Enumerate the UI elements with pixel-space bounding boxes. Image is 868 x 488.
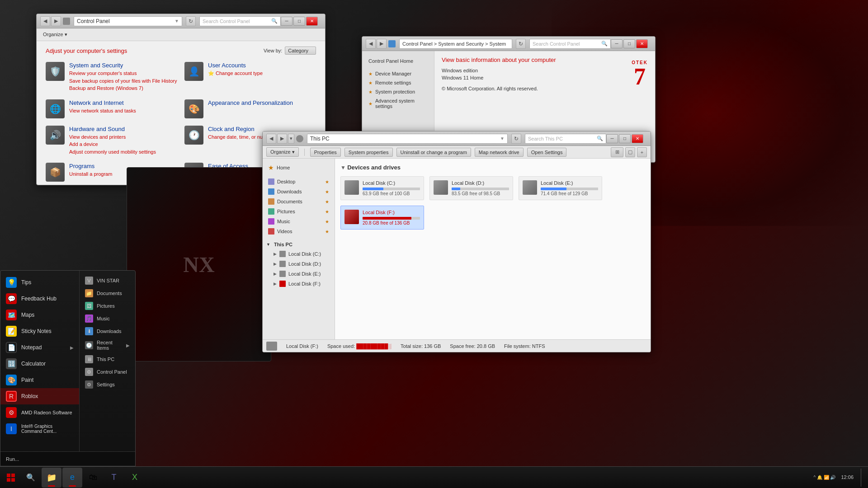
- sidebar-advanced-settings[interactable]: ★ Advanced system settings: [366, 96, 430, 111]
- forward-button[interactable]: ▶: [51, 16, 61, 26]
- start-amd-radeon[interactable]: ⚙ AMD Radeon Software: [0, 404, 79, 421]
- sys-address-bar[interactable]: Control Panel > System and Security > Sy…: [399, 39, 512, 49]
- nav-local-c[interactable]: ▶ Local Disk (C:): [263, 249, 335, 259]
- thispc-back-button[interactable]: ◀: [266, 134, 276, 144]
- taskbar-app-store[interactable]: 🛍: [83, 468, 103, 488]
- mobility-link[interactable]: Adjust commonly used mobility settings: [69, 148, 156, 156]
- start-sticky-notes[interactable]: 📝 Sticky Notes: [0, 323, 79, 339]
- hardware-title[interactable]: Hardware and Sound: [69, 126, 156, 132]
- backup-restore-link[interactable]: Backup and Restore (Windows 7): [69, 84, 177, 92]
- add-device-link[interactable]: Add a device: [69, 141, 156, 148]
- open-settings-button[interactable]: Open Settings: [527, 148, 567, 157]
- drive-f[interactable]: Local Disk (F:) 20.8 GB free of 136 GB: [340, 206, 424, 230]
- thispc-dropdown-arrow[interactable]: ▼: [500, 136, 505, 141]
- taskbar-app-xbox[interactable]: X: [125, 468, 145, 488]
- taskbar-show-desktop[interactable]: [861, 469, 864, 487]
- start-paint[interactable]: 🎨 Paint: [0, 372, 79, 388]
- network-title[interactable]: Network and Internet: [69, 99, 136, 106]
- start-button[interactable]: [0, 467, 22, 488]
- right-pictures[interactable]: 🖼 Pictures: [80, 300, 135, 312]
- back-button[interactable]: ◀: [40, 16, 50, 26]
- sys-refresh-button[interactable]: ↻: [516, 39, 526, 49]
- drive-d[interactable]: Local Disk (D:) 83.5 GB free of 98.5 GB: [429, 176, 513, 200]
- properties-button[interactable]: Properties: [310, 148, 341, 157]
- appearance-title[interactable]: Appearance and Personalization: [208, 99, 293, 106]
- sidebar-device-manager[interactable]: ★ Device Manager: [366, 69, 430, 78]
- right-documents[interactable]: 📁 Documents: [80, 287, 135, 300]
- map-drive-button[interactable]: Map network drive: [475, 148, 524, 157]
- devices-printers-link[interactable]: View devices and printers: [69, 133, 156, 141]
- maximize-button[interactable]: □: [293, 17, 305, 26]
- sys-minimize-button[interactable]: ─: [611, 39, 623, 48]
- nav-home[interactable]: ★ Home: [263, 162, 335, 173]
- network-status-link[interactable]: View network status and tasks: [69, 107, 136, 115]
- thispc-maximize-button[interactable]: □: [619, 134, 631, 143]
- review-status-link[interactable]: Review your computer's status: [69, 70, 177, 77]
- taskbar-app-edge[interactable]: e: [62, 468, 82, 488]
- nav-local-f[interactable]: ▶ Local Disk (F:): [263, 279, 335, 289]
- organize-button[interactable]: Organize ▾: [266, 147, 299, 157]
- view-dropdown[interactable]: Category: [285, 47, 316, 55]
- start-feedback-hub[interactable]: 💬 Feedback Hub: [0, 291, 79, 307]
- system-security-title[interactable]: System and Security: [69, 62, 177, 69]
- nav-pictures[interactable]: Pictures ★: [263, 206, 335, 216]
- sidebar-remote-settings[interactable]: ★ Remote settings: [366, 78, 430, 87]
- add-button[interactable]: +: [637, 147, 647, 157]
- start-roblox[interactable]: R Roblox: [0, 388, 79, 404]
- nav-documents[interactable]: Documents ★: [263, 197, 335, 206]
- nav-music[interactable]: Music ★: [263, 216, 335, 226]
- thispc-nav-section[interactable]: ▼ This PC: [263, 240, 335, 249]
- thispc-more-button[interactable]: ▾: [288, 134, 294, 144]
- start-maps[interactable]: 🗺️ Maps: [0, 307, 79, 323]
- nav-local-e[interactable]: ▶ Local Disk (E:): [263, 269, 335, 279]
- sys-forward-button[interactable]: ▶: [377, 39, 387, 49]
- right-vinstar[interactable]: V VIN STAR: [80, 274, 135, 287]
- nav-local-d[interactable]: ▶ Local Disk (D:): [263, 259, 335, 269]
- start-tips[interactable]: 💡 Tips: [0, 274, 79, 291]
- close-button[interactable]: ✕: [306, 17, 318, 26]
- address-bar[interactable]: Control Panel ▼: [74, 16, 182, 26]
- sidebar-system-protection[interactable]: ★ System protection: [366, 87, 430, 96]
- dropdown-arrow[interactable]: ▼: [175, 19, 179, 23]
- drive-c[interactable]: Local Disk (C:) 63.9 GB free of 100 GB: [340, 176, 424, 200]
- thispc-address-bar[interactable]: This PC ▼: [307, 134, 508, 144]
- right-recent-items[interactable]: 🕐 Recent Items ▶: [80, 338, 135, 353]
- search-box[interactable]: Search Control Panel 🔍: [199, 16, 281, 26]
- sys-search-box[interactable]: Search Control Panel 🔍: [529, 39, 611, 49]
- right-thispc[interactable]: 🖥 This PC: [80, 353, 135, 366]
- thispc-refresh-button[interactable]: ↻: [511, 134, 521, 144]
- sys-close-button[interactable]: ✕: [636, 39, 648, 48]
- taskbar-clock[interactable]: 12:06: [837, 474, 857, 481]
- refresh-button[interactable]: ↻: [186, 16, 196, 26]
- change-account-link[interactable]: ⭐ Change account type: [208, 70, 263, 77]
- start-notepad[interactable]: 📄 Notepad ▶: [0, 339, 79, 356]
- system-props-button[interactable]: System properties: [344, 148, 393, 157]
- nav-desktop[interactable]: Desktop ★: [263, 177, 335, 187]
- thispc-forward-button[interactable]: ▶: [277, 134, 287, 144]
- sys-maximize-button[interactable]: □: [623, 39, 635, 48]
- taskbar-app-teams[interactable]: T: [104, 468, 124, 488]
- right-settings[interactable]: ⚙ Settings: [80, 378, 135, 391]
- user-accounts-title[interactable]: User Accounts: [208, 62, 263, 69]
- organize-button[interactable]: Organize ▾: [40, 31, 70, 38]
- right-music[interactable]: 🎵 Music: [80, 312, 135, 325]
- expand-button[interactable]: ▢: [625, 147, 635, 157]
- thispc-search-box[interactable]: Search This PC 🔍: [525, 134, 606, 144]
- run-item[interactable]: Run...: [6, 456, 19, 462]
- programs-title[interactable]: Programs: [69, 163, 112, 169]
- sidebar-control-panel-home[interactable]: Control Panel Home: [366, 56, 430, 66]
- taskbar-app-fileexplorer[interactable]: 📁: [42, 468, 61, 488]
- nav-videos[interactable]: Videos ★: [263, 226, 335, 236]
- uninstall-button[interactable]: Uninstall or change a program: [396, 148, 471, 157]
- drives-collapse-icon[interactable]: ▼: [340, 164, 347, 171]
- nav-downloads[interactable]: Downloads ★: [263, 187, 335, 197]
- start-calculator[interactable]: 🔢 Calculator: [0, 356, 79, 372]
- start-intel-graphics[interactable]: I Intel® Graphics Command Cent...: [0, 421, 79, 437]
- minimize-button[interactable]: ─: [281, 17, 292, 26]
- thispc-close-button[interactable]: ✕: [632, 134, 643, 143]
- drive-e[interactable]: Local Disk (E:) 71.4 GB free of 129 GB: [519, 176, 602, 200]
- taskbar-search-button[interactable]: 🔍: [22, 469, 40, 487]
- uninstall-link[interactable]: Uninstall a program: [69, 170, 112, 178]
- right-downloads[interactable]: ⬇ Downloads: [80, 325, 135, 338]
- file-history-link[interactable]: Save backup copies of your files with Fi…: [69, 77, 177, 85]
